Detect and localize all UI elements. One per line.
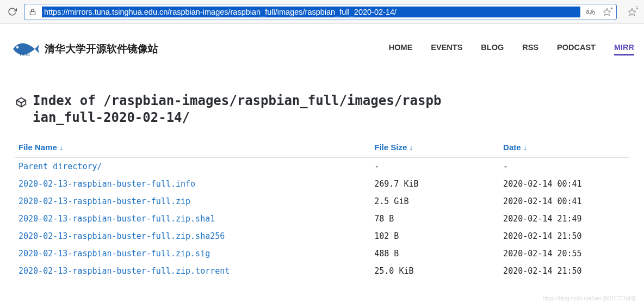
cell-date: 2020-02-14 21:50 bbox=[500, 227, 629, 245]
table-row: Parent directory/-- bbox=[15, 158, 629, 176]
refresh-button[interactable] bbox=[5, 5, 18, 19]
file-link[interactable]: 2020-02-13-raspbian-buster-full.zip.sha1 bbox=[18, 214, 215, 224]
browser-toolbar: https://mirrors.tuna.tsinghua.edu.cn/ras… bbox=[0, 0, 644, 24]
table-row: 2020-02-13-raspbian-buster-full.info269.… bbox=[15, 175, 629, 193]
cell-file-name: 2020-02-13-raspbian-buster-full.zip.torr… bbox=[15, 262, 371, 280]
file-link[interactable]: 2020-02-13-raspbian-buster-full.zip.torr… bbox=[18, 266, 230, 276]
site-logo[interactable]: tuna 清华大学开源软件镜像站 bbox=[10, 38, 158, 60]
cell-date: 2020-02-14 00:41 bbox=[500, 193, 629, 210]
page-content: tuna 清华大学开源软件镜像站 HOME EVENTS BLOG RSS PO… bbox=[0, 24, 644, 280]
index-prefix: Index of bbox=[33, 93, 103, 108]
favorite-button[interactable]: + bbox=[601, 6, 613, 18]
cell-file-size: 2.5 GiB bbox=[371, 193, 500, 210]
sort-arrow-icon: ↓ bbox=[59, 143, 64, 152]
package-icon bbox=[15, 95, 27, 112]
table-row: 2020-02-13-raspbian-buster-full.zip.torr… bbox=[15, 262, 629, 280]
sort-arrow-icon: ↓ bbox=[523, 143, 528, 152]
watermark: https://blog.csdn.net/wei @51CTO博客 bbox=[543, 295, 636, 303]
main-nav: HOME EVENTS BLOG RSS PODCAST MIRR bbox=[389, 43, 634, 56]
cell-file-size: - bbox=[371, 158, 500, 176]
table-header-row: File Name↓ File Size↓ Date↓ bbox=[15, 138, 629, 158]
cell-file-name: 2020-02-13-raspbian-buster-full.zip bbox=[15, 193, 371, 210]
header-file-size[interactable]: File Size↓ bbox=[371, 138, 500, 158]
header-file-name[interactable]: File Name↓ bbox=[15, 138, 371, 158]
site-title: 清华大学开源软件镜像站 bbox=[45, 42, 158, 56]
svg-point-3 bbox=[16, 46, 18, 48]
file-link[interactable]: 2020-02-13-raspbian-buster-full.zip.sig bbox=[18, 249, 210, 258]
svg-marker-2 bbox=[628, 8, 635, 15]
file-listing-table: File Name↓ File Size↓ Date↓ Parent direc… bbox=[15, 138, 629, 280]
index-path-text: Index of /raspbian-images/raspbian_full/… bbox=[33, 93, 446, 126]
site-header: tuna 清华大学开源软件镜像站 HOME EVENTS BLOG RSS PO… bbox=[10, 38, 634, 60]
cell-file-name: 2020-02-13-raspbian-buster-full.zip.sha2… bbox=[15, 227, 371, 245]
header-date-label: Date bbox=[503, 143, 521, 152]
plus-icon: + bbox=[610, 6, 613, 11]
plus-icon: ≡ bbox=[636, 5, 639, 10]
cell-file-size: 102 B bbox=[371, 227, 500, 245]
table-row: 2020-02-13-raspbian-buster-full.zip2.5 G… bbox=[15, 193, 629, 210]
cell-file-name: 2020-02-13-raspbian-buster-full.zip.sha1 bbox=[15, 210, 371, 227]
cell-date: - bbox=[500, 158, 629, 176]
cell-file-name: 2020-02-13-raspbian-buster-full.info bbox=[15, 175, 371, 193]
cell-file-size: 269.7 KiB bbox=[371, 175, 500, 193]
table-row: 2020-02-13-raspbian-buster-full.zip.sha1… bbox=[15, 210, 629, 227]
table-row: 2020-02-13-raspbian-buster-full.zip.sig4… bbox=[15, 245, 629, 262]
nav-rss[interactable]: RSS bbox=[522, 43, 538, 56]
page-title: Index of /raspbian-images/raspbian_full/… bbox=[15, 93, 629, 126]
file-link[interactable]: Parent directory/ bbox=[18, 162, 102, 171]
nav-events[interactable]: EVENTS bbox=[431, 43, 462, 56]
address-bar-url[interactable]: https://mirrors.tuna.tsinghua.edu.cn/ras… bbox=[42, 7, 580, 17]
nav-podcast[interactable]: PODCAST bbox=[557, 43, 596, 56]
sort-arrow-icon: ↓ bbox=[409, 143, 413, 152]
cell-file-size: 488 B bbox=[371, 245, 500, 262]
cell-file-size: 25.0 KiB bbox=[371, 262, 500, 280]
file-link[interactable]: 2020-02-13-raspbian-buster-full.info bbox=[18, 179, 195, 189]
header-file-size-label: File Size bbox=[374, 143, 407, 152]
header-file-name-label: File Name bbox=[18, 143, 57, 152]
cell-date: 2020-02-14 00:41 bbox=[500, 175, 629, 193]
file-link[interactable]: 2020-02-13-raspbian-buster-full.zip.sha2… bbox=[18, 231, 225, 241]
svg-rect-0 bbox=[30, 11, 35, 15]
cell-file-name: Parent directory/ bbox=[15, 158, 371, 176]
lock-icon[interactable] bbox=[28, 7, 38, 17]
cell-date: 2020-02-14 21:49 bbox=[500, 210, 629, 227]
svg-marker-1 bbox=[603, 8, 610, 15]
cell-date: 2020-02-14 21:50 bbox=[500, 262, 629, 280]
cell-file-name: 2020-02-13-raspbian-buster-full.zip.sig bbox=[15, 245, 371, 262]
reading-mode-button[interactable]: aあ bbox=[585, 6, 597, 18]
logo-text: tuna bbox=[20, 50, 30, 57]
header-date[interactable]: Date↓ bbox=[500, 138, 629, 158]
nav-blog[interactable]: BLOG bbox=[481, 43, 504, 56]
cell-date: 2020-02-14 20:55 bbox=[500, 245, 629, 262]
index-section: Index of /raspbian-images/raspbian_full/… bbox=[10, 93, 634, 280]
nav-home[interactable]: HOME bbox=[389, 43, 413, 56]
tuna-fish-icon: tuna bbox=[10, 38, 40, 60]
collections-button[interactable]: ≡ bbox=[626, 5, 639, 19]
nav-mirror[interactable]: MIRR bbox=[614, 43, 634, 56]
cell-file-size: 78 B bbox=[371, 210, 500, 227]
address-bar: https://mirrors.tuna.tsinghua.edu.cn/ras… bbox=[24, 4, 617, 20]
file-link[interactable]: 2020-02-13-raspbian-buster-full.zip bbox=[18, 196, 190, 206]
table-row: 2020-02-13-raspbian-buster-full.zip.sha2… bbox=[15, 227, 629, 245]
